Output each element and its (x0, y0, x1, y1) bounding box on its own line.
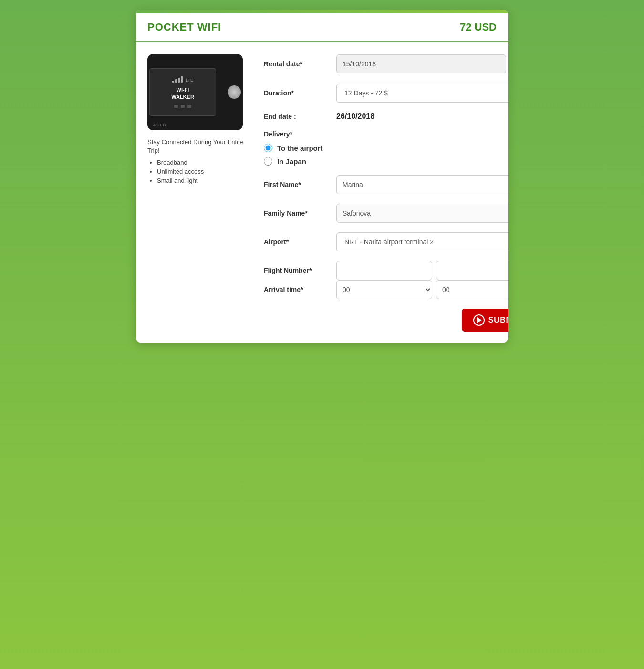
feature-unlimited: Unlimited access (157, 168, 252, 175)
first-name-wrap: ☷ (336, 175, 508, 194)
duration-row: Duration* 12 Days - 72 $ 1 Day - 6 $ 3 D… (264, 84, 508, 103)
delivery-japan-label[interactable]: In Japan (277, 157, 306, 166)
rental-date-label: Rental date* (264, 60, 331, 68)
first-name-row: First Name* ☷ (264, 175, 508, 194)
arrival-time-row: Arrival time* 00 01 02 03 04 05 06 07 08… (264, 280, 508, 299)
duration-label: Duration* (264, 89, 331, 97)
duration-select[interactable]: 12 Days - 72 $ 1 Day - 6 $ 3 Days - 18 $… (336, 84, 508, 103)
arrival-time-label: Arrival time* (264, 286, 331, 293)
flight-number-row: Flight Number* (264, 261, 508, 280)
flight-number-input-1[interactable] (336, 261, 432, 280)
device-label: 4G LTE (153, 123, 167, 127)
signal-bar-1 (172, 81, 174, 83)
arrival-inputs: 00 01 02 03 04 05 06 07 08 09 10 11 12 1… (336, 280, 508, 299)
ind2 (181, 105, 185, 108)
submit-button[interactable]: SUBMIT (462, 309, 508, 332)
ind1 (174, 105, 178, 108)
family-name-row: Family Name* (264, 204, 508, 223)
arrival-hour-select[interactable]: 00 01 02 03 04 05 06 07 08 09 10 11 12 1… (336, 280, 432, 299)
main-card: POCKET WIFI 72 USD LTE WI-FIWALKER (136, 10, 508, 343)
page-title: POCKET WIFI (147, 21, 221, 33)
features-list: Broadband Unlimited access Small and lig… (147, 159, 252, 184)
device-screen: LTE WI-FIWALKER (149, 68, 216, 116)
signal-bar-4 (181, 76, 183, 83)
rental-date-input[interactable] (336, 54, 506, 73)
signal-bars: LTE (172, 76, 193, 83)
ind3 (187, 105, 191, 108)
right-panel: Rental date* (264, 54, 508, 332)
rental-date-input-wrap (336, 54, 506, 73)
delivery-airport-label[interactable]: To the airport (277, 144, 323, 152)
airport-select[interactable]: NRT - Narita airport terminal 2 NRT - Na… (336, 232, 508, 251)
price-display: 72 USD (460, 21, 497, 33)
play-icon (473, 314, 485, 326)
device-indicators (174, 105, 191, 108)
description-text: Stay Connected During Your Entire Trip! (147, 138, 252, 155)
flight-inputs (336, 261, 508, 280)
play-triangle (477, 317, 482, 323)
device-button (228, 85, 241, 99)
flight-number-input-2[interactable] (436, 261, 508, 280)
delivery-japan-option[interactable]: In Japan (264, 157, 508, 166)
top-bar (136, 10, 508, 13)
first-name-label: First Name* (264, 181, 331, 188)
submit-label: SUBMIT (488, 316, 508, 324)
delivery-label: Delivery* (264, 130, 508, 138)
first-name-input[interactable] (336, 175, 508, 194)
feature-small: Small and light (157, 177, 252, 184)
submit-row: SUBMIT (264, 309, 508, 332)
end-date-row: End date : 26/10/2018 (264, 112, 508, 121)
delivery-japan-radio[interactable] (264, 157, 272, 166)
delivery-section: Delivery* To the airport In Japan (264, 130, 508, 166)
delivery-airport-radio[interactable] (264, 144, 272, 152)
card-body: LTE WI-FIWALKER 4G LTE Stay Connected Du… (136, 42, 508, 343)
airport-label: Airport* (264, 238, 331, 246)
arrival-minute-select[interactable]: 00 05 10 15 20 25 30 35 40 45 50 55 (436, 280, 508, 299)
feature-broadband: Broadband (157, 159, 252, 166)
card-header: POCKET WIFI 72 USD (136, 13, 508, 42)
delivery-radio-group: To the airport In Japan (264, 144, 508, 166)
device-image: LTE WI-FIWALKER 4G LTE (147, 54, 243, 130)
left-panel: LTE WI-FIWALKER 4G LTE Stay Connected Du… (147, 54, 252, 332)
device-inner: LTE WI-FIWALKER (149, 68, 241, 116)
end-date-value: 26/10/2018 (336, 112, 374, 121)
lte-label: LTE (186, 78, 193, 83)
airport-row: Airport* NRT - Narita airport terminal 2… (264, 232, 508, 251)
family-name-input[interactable] (336, 204, 508, 223)
family-name-label: Family Name* (264, 209, 331, 217)
wifi-text: WI-FIWALKER (171, 86, 194, 100)
end-date-label: End date : (264, 113, 331, 120)
rental-date-row: Rental date* (264, 54, 508, 74)
flight-number-label: Flight Number* (264, 267, 331, 274)
signal-bar-2 (175, 79, 177, 83)
signal-bar-3 (178, 78, 180, 83)
delivery-airport-option[interactable]: To the airport (264, 144, 508, 152)
